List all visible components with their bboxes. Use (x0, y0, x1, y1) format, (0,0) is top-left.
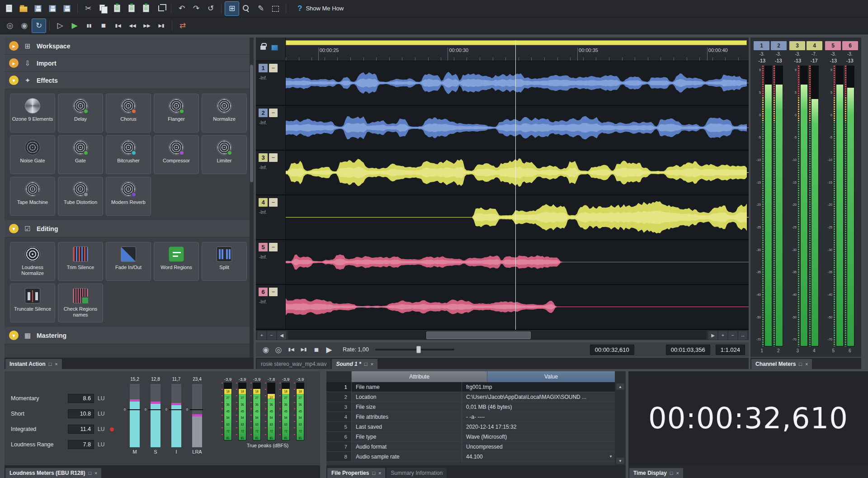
track-number-badge[interactable]: 1 (259, 64, 268, 72)
pencil-tool-button[interactable]: ✎ (254, 2, 268, 15)
ruler-timeline[interactable]: 00:00:2500:00:3000:00:3500:00:40 (286, 38, 749, 61)
float-icon[interactable]: □ (49, 362, 52, 367)
selection-tool-button[interactable] (269, 2, 282, 15)
track-minimize-button[interactable]: − (269, 198, 278, 207)
section-header-effects[interactable]: ▾✦Effects (5, 72, 254, 89)
zoom-out-h-button[interactable]: − (728, 331, 737, 340)
lock-icon[interactable] (260, 46, 266, 50)
trim-silence-button[interactable]: Trim Silence (58, 242, 103, 281)
property-row-file-type[interactable]: 6File typeWave (Microsoft) (326, 432, 615, 442)
section-header-import[interactable]: ▸⇩Import (5, 55, 254, 72)
event-tool-button[interactable]: ⊞ (225, 2, 239, 15)
zoom-in-h-button[interactable]: + (718, 331, 727, 340)
check-regions-names-button[interactable]: Check Regions names (58, 284, 103, 322)
left-panel-scrollbar[interactable] (250, 38, 254, 358)
fade-in-out-button[interactable]: Fade In/Out (106, 242, 151, 281)
float-icon[interactable]: □ (670, 471, 673, 476)
record-arm-icon[interactable] (271, 45, 278, 51)
scroll-left-button[interactable]: ◀ (277, 331, 286, 340)
track-waveform[interactable] (286, 240, 749, 284)
magnify-tool-button[interactable] (240, 2, 253, 15)
record-remote-button[interactable]: ◎ (273, 344, 284, 355)
track-number-badge[interactable]: 3 (259, 153, 268, 162)
section-header-workspace[interactable]: ▸⊞Workspace (5, 38, 254, 55)
dropdown-arrow-icon[interactable]: ▼ (609, 454, 613, 459)
record-button[interactable]: ◉ (18, 19, 31, 33)
noise-gate-button[interactable]: Noise Gate (10, 135, 55, 174)
property-row-last-saved[interactable]: 5Last saved2020-12-14 17:15:32 (326, 422, 615, 432)
close-icon[interactable]: × (370, 362, 373, 367)
close-icon[interactable]: × (55, 362, 57, 367)
flanger-button[interactable]: Flanger (154, 94, 199, 133)
loudness-normalize-button[interactable]: Loudness Normalize (10, 242, 55, 281)
property-row-location[interactable]: 2LocationC:\Users\Jacob\AppData\Local\MA… (326, 392, 615, 402)
undo-button[interactable]: ↶ (175, 2, 189, 15)
play-button[interactable]: ▶ (68, 19, 81, 33)
cut-button[interactable]: ✂ (81, 2, 95, 15)
time-ruler[interactable]: 00:00:2500:00:3000:00:3500:00:40 (256, 38, 749, 61)
rate-slider-handle[interactable] (416, 346, 421, 353)
close-icon[interactable]: × (378, 471, 381, 476)
attribute-column-header[interactable]: Attribute (352, 371, 487, 382)
paste-to-new-button[interactable] (139, 2, 153, 15)
playhead-cursor[interactable] (515, 40, 516, 330)
track-number-badge[interactable]: 4 (259, 198, 268, 207)
h-scrollbar-thumb[interactable] (426, 331, 531, 339)
go-to-end-button[interactable]: ▶▮ (155, 19, 168, 33)
property-row-file-size[interactable]: 3File size0,01 MB (46 bytes) (326, 402, 615, 412)
track-number-badge[interactable]: 2 (259, 109, 268, 117)
track-minimize-button[interactable]: − (269, 153, 278, 162)
float-icon[interactable]: □ (372, 471, 375, 476)
track-minimize-button[interactable]: − (269, 288, 278, 296)
compressor-button[interactable]: Compressor (154, 135, 199, 174)
chorus-button[interactable]: Chorus (106, 94, 151, 133)
scroll-right-button[interactable]: ▶ (708, 331, 717, 340)
go-to-end-button[interactable]: ▶▮ (298, 344, 310, 355)
undo-history-button[interactable]: ↺ (204, 2, 217, 15)
normalize-button[interactable]: Normalize (202, 94, 247, 133)
track-minimize-button[interactable]: − (269, 243, 278, 251)
track-waveform[interactable] (286, 285, 749, 329)
ozone-9-elements-button[interactable]: Ozone 9 Elements (10, 94, 55, 133)
play-all-button[interactable]: ▷ (53, 19, 67, 33)
tab-instant-action[interactable]: Instant Action□× (5, 359, 62, 369)
save-all-button[interactable] (60, 2, 74, 15)
limiter-button[interactable]: Limiter (202, 135, 247, 174)
scroll-up-button[interactable]: ▲ (616, 383, 624, 390)
copy-button[interactable] (96, 2, 109, 15)
save-as-button[interactable] (46, 2, 59, 15)
stop-button[interactable]: ■ (311, 344, 322, 355)
open-button[interactable] (17, 2, 30, 15)
scroll-down-button[interactable]: ▼ (616, 458, 624, 464)
rate-slider[interactable] (375, 349, 454, 350)
forward-button[interactable]: ▶▶ (140, 19, 154, 33)
zoom-in-button[interactable]: + (257, 331, 266, 340)
tab-sound-1[interactable]: Sound 1 *□× (332, 359, 377, 369)
track-waveform[interactable] (286, 151, 749, 194)
paste-button[interactable] (110, 2, 124, 15)
loop-region-button[interactable]: ⇄ (176, 19, 189, 33)
property-row-file-name[interactable]: 1File namefrg001.tmp (326, 382, 615, 392)
show-me-how-button[interactable]: ? Show Me How (294, 2, 347, 15)
truncate-silence-button[interactable]: Truncate Silence (10, 284, 55, 322)
track-number-badge[interactable]: 5 (259, 243, 268, 251)
paste-mix-button[interactable] (125, 2, 138, 15)
property-row-audio-format[interactable]: 7Audio formatUncompressed (326, 442, 615, 452)
tab-time-display[interactable]: Time Display□× (629, 468, 683, 478)
tab-rosie-stereo-wav-mp4-wav[interactable]: rosie stereo_wav_mp4.wav (257, 359, 330, 369)
record-button[interactable]: ◉ (260, 344, 272, 355)
new-file-button[interactable] (2, 2, 16, 15)
go-to-start-button[interactable]: ▮◀ (111, 19, 125, 33)
save-button[interactable] (31, 2, 45, 15)
gate-button[interactable]: Gate (58, 135, 103, 174)
modern-reverb-button[interactable]: Modern Reverb (106, 177, 151, 216)
file-properties-scrollbar[interactable]: ▲▼ (615, 382, 626, 465)
track-waveform[interactable] (286, 61, 749, 105)
left-panel-scrollbar-thumb[interactable] (250, 65, 253, 182)
property-row-audio-sample-rate[interactable]: 8Audio sample rate44.100▼ (326, 452, 615, 462)
h-scrollbar[interactable] (288, 331, 707, 340)
track-minimize-button[interactable]: − (269, 64, 278, 72)
value-column-header[interactable]: Value (487, 371, 615, 382)
section-header-mastering[interactable]: ▾▦Mastering (5, 327, 254, 344)
float-icon[interactable]: □ (88, 471, 91, 476)
